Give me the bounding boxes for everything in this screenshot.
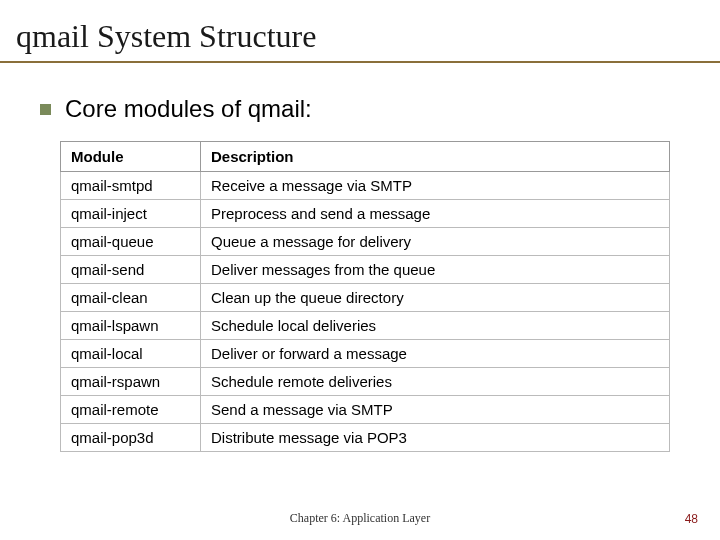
column-header-module: Module (61, 142, 201, 172)
bullet-item: Core modules of qmail: (40, 95, 680, 123)
footer-text: Chapter 6: Application Layer (0, 511, 720, 526)
page-number: 48 (685, 512, 698, 526)
cell-module: qmail-local (61, 340, 201, 368)
table-row: qmail-rspawn Schedule remote deliveries (61, 368, 670, 396)
table-row: qmail-local Deliver or forward a message (61, 340, 670, 368)
cell-module: qmail-queue (61, 228, 201, 256)
slide-title: qmail System Structure (16, 18, 704, 55)
slide: qmail System Structure Core modules of q… (0, 0, 720, 540)
content-region: Core modules of qmail: Module Descriptio… (0, 63, 720, 452)
cell-description: Preprocess and send a message (201, 200, 670, 228)
table-row: qmail-queue Queue a message for delivery (61, 228, 670, 256)
table-container: Module Description qmail-smtpd Receive a… (40, 141, 680, 452)
table-row: qmail-smtpd Receive a message via SMTP (61, 172, 670, 200)
cell-module: qmail-rspawn (61, 368, 201, 396)
cell-description: Send a message via SMTP (201, 396, 670, 424)
cell-description: Clean up the queue directory (201, 284, 670, 312)
cell-module: qmail-pop3d (61, 424, 201, 452)
bullet-square-icon (40, 104, 51, 115)
cell-module: qmail-inject (61, 200, 201, 228)
column-header-description: Description (201, 142, 670, 172)
table-row: qmail-inject Preprocess and send a messa… (61, 200, 670, 228)
table-row: qmail-send Deliver messages from the que… (61, 256, 670, 284)
table-row: qmail-lspawn Schedule local deliveries (61, 312, 670, 340)
cell-description: Deliver messages from the queue (201, 256, 670, 284)
cell-module: qmail-send (61, 256, 201, 284)
modules-table: Module Description qmail-smtpd Receive a… (60, 141, 670, 452)
cell-module: qmail-remote (61, 396, 201, 424)
cell-module: qmail-smtpd (61, 172, 201, 200)
cell-module: qmail-lspawn (61, 312, 201, 340)
table-header-row: Module Description (61, 142, 670, 172)
cell-description: Deliver or forward a message (201, 340, 670, 368)
cell-description: Schedule remote deliveries (201, 368, 670, 396)
cell-description: Receive a message via SMTP (201, 172, 670, 200)
cell-description: Schedule local deliveries (201, 312, 670, 340)
table-row: qmail-clean Clean up the queue directory (61, 284, 670, 312)
table-row: qmail-remote Send a message via SMTP (61, 396, 670, 424)
table-row: qmail-pop3d Distribute message via POP3 (61, 424, 670, 452)
title-region: qmail System Structure (0, 0, 720, 63)
cell-description: Queue a message for delivery (201, 228, 670, 256)
cell-module: qmail-clean (61, 284, 201, 312)
bullet-text: Core modules of qmail: (65, 95, 312, 123)
cell-description: Distribute message via POP3 (201, 424, 670, 452)
